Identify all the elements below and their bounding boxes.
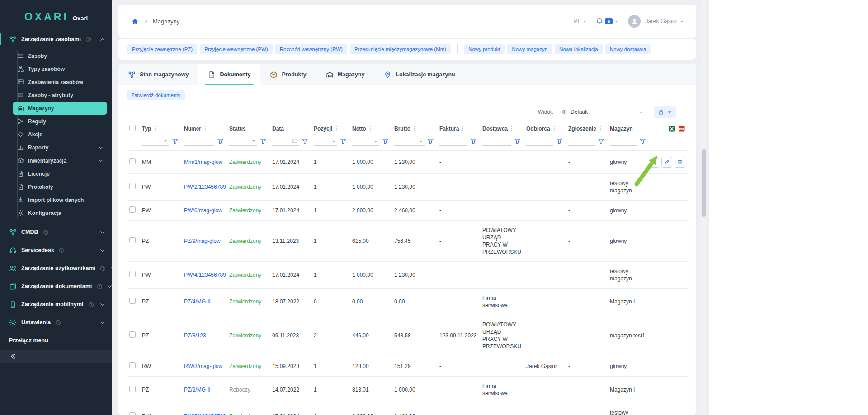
column-menu-icon[interactable] (411, 126, 418, 132)
view-select[interactable]: Default (557, 106, 647, 118)
sidebar-item-protokoły[interactable]: Protokoły (13, 180, 107, 193)
column-menu-icon[interactable] (509, 126, 515, 132)
notifications-button[interactable]: 0 (595, 17, 619, 25)
column-header-odbiorca[interactable]: Odbiorca (524, 121, 566, 135)
export-excel-icon[interactable] (668, 125, 675, 132)
sidebar-item-typy-zasobów[interactable]: Typy zasobów (13, 62, 107, 75)
column-menu-icon[interactable] (285, 126, 291, 132)
filter-input-status[interactable] (229, 136, 257, 146)
document-link[interactable]: PZ/2/MG-II (184, 387, 211, 393)
sidebar-item-zasoby[interactable]: Zasoby (13, 49, 107, 62)
filter-funnel-icon[interactable] (260, 138, 267, 145)
row-checkbox[interactable] (129, 158, 136, 164)
column-menu-icon[interactable] (551, 126, 557, 132)
select-all-checkbox[interactable] (129, 125, 136, 131)
document-link[interactable]: PW/4/123456789 (184, 272, 226, 278)
sidebar-item-import-plików-danych[interactable]: Import plików danych (13, 193, 107, 206)
nowy-magazyn-button[interactable]: Nowy magazyn (507, 44, 552, 54)
filter-input-pozycji[interactable] (314, 136, 337, 146)
sidebar-item-magazyny[interactable]: Magazyny (13, 102, 107, 115)
sidebar-item-zestawienia-zasobów[interactable]: Zestawienia zasobów (13, 75, 107, 89)
filter-funnel-icon[interactable] (514, 138, 521, 145)
document-link[interactable]: PW/5/123456789 (184, 413, 226, 415)
sidebar-item-raporty[interactable]: Raporty (13, 141, 107, 154)
column-header-pozycji[interactable]: Pozycji (311, 121, 349, 135)
column-menu-icon[interactable] (597, 126, 604, 132)
filter-funnel-icon[interactable] (217, 138, 224, 145)
sidebar-item-inwentaryzacja[interactable]: Inwentaryzacja (13, 154, 107, 167)
sidebar-section-zarządzanie-dokumentami[interactable]: Zarządzanie dokumentami? (0, 277, 112, 295)
document-link[interactable]: PZ/4/MG-II (184, 298, 211, 305)
filter-input-numer[interactable] (184, 136, 214, 146)
document-link[interactable]: RW/3/mag-glow (184, 363, 222, 369)
row-checkbox[interactable] (129, 331, 136, 338)
filter-input-faktura[interactable] (439, 136, 467, 146)
column-header-magazyn[interactable]: Magazyn (607, 121, 649, 135)
column-menu-icon[interactable] (333, 126, 340, 132)
sidebar-section-zarządzanie-użytkownikami[interactable]: Zarządzanie użytkownikami? (0, 259, 112, 277)
sidebar-item-reguły[interactable]: Reguły (13, 115, 107, 128)
column-menu-icon[interactable] (247, 126, 253, 132)
document-link[interactable]: PZ/9/mag-glow (184, 238, 221, 244)
sidebar-section-cmdb[interactable]: CMDB? (0, 223, 112, 241)
sidebar-item-konfiguracja[interactable]: Konfiguracja (13, 206, 107, 219)
collapse-menu-button[interactable] (0, 350, 112, 363)
przyjęcie-zewnętrzne-pz-button[interactable]: Przyjęcie zewnętrzne (PZ) (127, 44, 197, 54)
column-menu-icon[interactable] (152, 126, 158, 132)
edit-row-button[interactable] (661, 157, 672, 168)
document-link[interactable]: Mm/1/mag-glow (184, 159, 222, 165)
document-link[interactable]: PZ/8/123 (184, 332, 206, 339)
sidebar-item-zasoby-atrybuty[interactable]: Zasoby - atrybuty (13, 89, 107, 102)
row-checkbox[interactable] (129, 386, 136, 392)
filter-funnel-icon[interactable] (556, 138, 563, 145)
filter-funnel-icon[interactable] (172, 138, 179, 145)
filter-funnel-icon[interactable] (382, 138, 389, 145)
column-header-data[interactable]: Data (269, 121, 311, 135)
row-checkbox[interactable] (129, 237, 136, 243)
filter-input-odbiorca[interactable] (526, 136, 553, 146)
filter-funnel-icon[interactable] (427, 138, 434, 145)
filter-funnel-icon[interactable] (470, 138, 477, 145)
filter-input-dostawca[interactable] (482, 136, 511, 146)
breadcrumb-item-magazyny[interactable]: Magazyny (153, 18, 179, 25)
przesunięcie-międzymagazynowe-mm-button[interactable]: Przesunięcie międzymagazynowe (Mm) (350, 44, 451, 54)
sidebar-section-zarządzanie-zasobami[interactable]: Zarządzanie zasobami? (0, 30, 112, 48)
column-header-brutto[interactable]: Brutto (392, 121, 437, 135)
column-header-netto[interactable]: Netto (349, 121, 392, 135)
export-pdf-icon[interactable]: PDF (678, 125, 685, 132)
user-menu[interactable]: Jarek Gąsior (645, 18, 684, 24)
filter-funnel-icon[interactable] (340, 138, 347, 145)
filter-funnel-icon[interactable] (598, 138, 604, 145)
filter-funnel-icon[interactable] (302, 138, 308, 145)
filter-funnel-icon[interactable] (639, 138, 646, 145)
sidebar-section-ustawienia[interactable]: Ustawienia? (0, 313, 112, 331)
sidebar-section-servicedesk[interactable]: Servicedesk? (0, 241, 112, 259)
scrollbar-thumb[interactable] (702, 149, 706, 217)
column-header-status[interactable]: Status (226, 121, 269, 135)
column-header-dostawca[interactable]: Dostawca (480, 121, 524, 135)
tab-dokumenty[interactable]: Dokumenty (198, 64, 260, 85)
tab-stan-magazynowy[interactable]: Stan magazynowy (118, 64, 198, 85)
filter-input-typ[interactable] (142, 136, 169, 146)
filter-input-zgłoszenie[interactable] (568, 136, 595, 146)
delete-row-button[interactable] (675, 157, 685, 168)
document-link[interactable]: PW/2/123456789 (184, 184, 226, 190)
filter-input-magazyn[interactable] (610, 136, 637, 146)
tab-produkty[interactable]: Produkty (260, 64, 316, 85)
column-menu-icon[interactable] (202, 126, 208, 132)
view-row-button[interactable] (649, 157, 659, 168)
column-menu-icon[interactable] (367, 126, 373, 132)
row-checkbox[interactable] (129, 206, 136, 213)
tab-magazyny[interactable]: Magazyny (316, 64, 375, 85)
column-header-faktura[interactable]: Faktura (437, 121, 480, 135)
column-header-zgłoszenie[interactable]: Zgłoszenie (566, 121, 607, 135)
filter-input-brutto[interactable] (394, 136, 425, 146)
sidebar-item-akcje[interactable]: Akcje (13, 128, 107, 141)
tab-lokalizacje-magazynu[interactable]: Lokalizacje magazynu (374, 64, 465, 85)
sidebar-item-licencje[interactable]: Licencje (13, 167, 107, 180)
toggle-menu-item[interactable]: Przełącz menu (0, 331, 112, 350)
nowa-lokalizacja-button[interactable]: Nowa lokalizacja (555, 44, 603, 54)
filter-input-netto[interactable] (352, 136, 379, 146)
row-checkbox[interactable] (129, 412, 136, 415)
lock-button[interactable] (654, 106, 676, 118)
